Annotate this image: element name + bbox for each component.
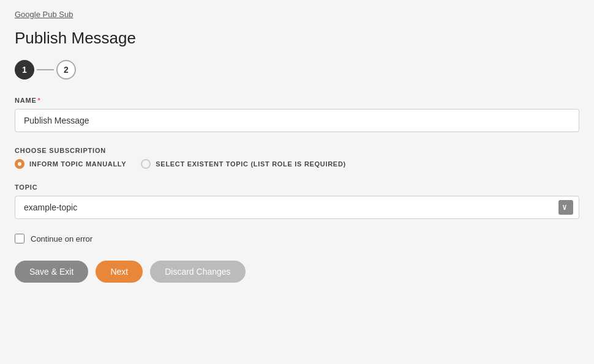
variable-icon[interactable]: V [558,200,573,215]
radio-existent[interactable] [141,159,151,169]
discard-button[interactable]: Discard Changes [150,261,245,283]
radio-manual-label: INFORM TOPIC MANUALLY [29,160,126,168]
radio-existent-label: SELECT EXISTENT TOPIC (LIST ROLE IS REQU… [156,160,346,168]
radio-manual[interactable] [15,159,24,169]
breadcrumb-link[interactable]: Google Pub Sub [15,10,73,19]
page-title: Publish Message [15,29,579,48]
continue-on-error-row: Continue on error [15,234,579,243]
name-label: NAME* [15,97,579,104]
breadcrumb: Google Pub Sub [15,10,579,19]
radio-group: INFORM TOPIC MANUALLY SELECT EXISTENT TO… [15,159,579,169]
svg-text:V: V [563,204,567,211]
next-button[interactable]: Next [96,261,143,283]
topic-section: TOPIC V [15,184,579,219]
subscription-section: CHOOSE SUBSCRIPTION INFORM TOPIC MANUALL… [15,147,579,169]
topic-input-wrapper: V [15,196,579,219]
topic-label: TOPIC [15,184,579,191]
save-exit-button[interactable]: Save & Exit [15,261,88,283]
step-connector [37,69,54,70]
continue-on-error-checkbox[interactable] [15,234,24,243]
step-2: 2 [56,60,76,80]
name-input[interactable] [15,109,579,132]
radio-option-manual[interactable]: INFORM TOPIC MANUALLY [15,159,126,169]
subscription-label: CHOOSE SUBSCRIPTION [15,147,579,154]
name-section: NAME* [15,97,579,132]
continue-on-error-label: Continue on error [31,234,92,243]
button-row: Save & Exit Next Discard Changes [15,261,579,283]
stepper: 1 2 [15,60,579,80]
topic-input[interactable] [15,196,579,219]
radio-option-existent[interactable]: SELECT EXISTENT TOPIC (LIST ROLE IS REQU… [141,159,346,169]
step-1: 1 [15,60,34,80]
